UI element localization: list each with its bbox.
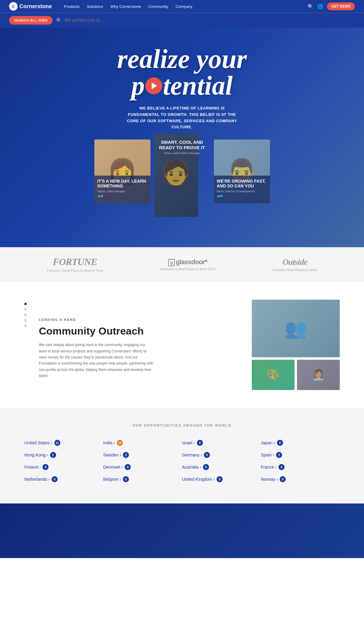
opportunity-link[interactable]: Norway › xyxy=(261,477,278,482)
opportunity-count: 0 xyxy=(278,464,285,470)
opportunity-item: Denmark › 0 xyxy=(103,461,182,473)
carousel-body: We care deeply about giving back to the … xyxy=(39,342,154,379)
carousel-content: LENDING A HAND Community Outreach We car… xyxy=(39,300,340,390)
opportunity-count: 0 xyxy=(204,452,210,458)
hero-title-p: p xyxy=(131,72,145,99)
community-outreach-section: LENDING A HAND Community Outreach We car… xyxy=(0,281,364,408)
brand-name: Cornerstone xyxy=(19,3,52,10)
nav-community[interactable]: Community xyxy=(148,4,168,9)
hero-card-right-overlay: WE'RE GROWING FAST, AND SO CAN YOU Ravin… xyxy=(214,176,270,204)
opportunity-item: Norway › 0 xyxy=(261,473,340,485)
hero-text: realize your p tential WE BELIEVE A LIFE… xyxy=(117,46,247,130)
logo-icon: © xyxy=(9,2,18,11)
opportunity-link[interactable]: France › xyxy=(261,465,277,470)
glassdoor-text: Glassdoor's Best Place to Work 2015 xyxy=(160,267,215,271)
opportunity-link[interactable]: India › xyxy=(103,440,115,445)
hero-card-right-title: WE'RE GROWING FAST, AND SO CAN YOU xyxy=(217,179,267,189)
opportunities-section: OUR OPPORTUNITIES AROUND THE WORLD Unite… xyxy=(0,408,364,503)
carousel-image-bottom-left: 🎨 xyxy=(252,360,295,390)
carousel-images: 👥 🎨 👩‍💼 xyxy=(252,300,340,390)
search-icon[interactable]: 🔍 xyxy=(308,4,314,9)
opportunity-count: 0 xyxy=(280,476,286,482)
carousel-dot-3[interactable] xyxy=(24,314,27,316)
hero-card-right: 👨 WE'RE GROWING FAST, AND SO CAN YOU Rav… xyxy=(214,140,270,203)
opportunities-title: OUR OPPORTUNITIES AROUND THE WORLD xyxy=(24,423,340,428)
opportunity-item: United States › 11 xyxy=(24,437,103,449)
nav-solutions[interactable]: Solutions xyxy=(87,4,103,9)
hero-card-center-name: Khoa, Lead Product Manager xyxy=(157,152,207,155)
opportunity-link[interactable]: Sweden › xyxy=(103,453,121,457)
hero-card-right-quote: ❝❞ xyxy=(217,194,267,201)
hero-cards: 👩 IT'S A NEW DAY, LEARN SOMETHING Alyssa… xyxy=(94,140,270,229)
search-bar: SEARCH ALL JOBS 🔍 xyxy=(0,13,364,28)
award-glassdoor: gglassdoor* Glassdoor's Best Place to Wo… xyxy=(160,258,215,271)
opportunity-link[interactable]: United States › xyxy=(24,440,52,445)
opportunity-link[interactable]: Germany › xyxy=(182,453,202,457)
hero-card-center: 🧑 SMART, COOL AND READY TO PROVE IT Khoa… xyxy=(154,133,210,223)
opportunity-link[interactable]: Spain › xyxy=(261,453,274,457)
search-bar-icon: 🔍 xyxy=(56,18,62,23)
opportunity-item: Hong Kong › 2 xyxy=(24,449,103,461)
hero-title-line1: realize your xyxy=(117,46,247,72)
opportunity-item: Belgium › 0 xyxy=(103,473,182,485)
opportunity-link[interactable]: Netherlands › xyxy=(24,477,50,482)
hero-title: realize your p tential xyxy=(117,46,247,99)
fortune-logo: FORTUNE xyxy=(47,256,103,268)
hero-title-line2: p tential xyxy=(117,72,247,99)
opportunity-link[interactable]: Japan › xyxy=(261,440,275,445)
opportunity-link[interactable]: Belgium › xyxy=(103,477,121,482)
navigation: © Cornerstone Products Solutions Why Cor… xyxy=(0,0,364,13)
carousel-heading: Community Outreach xyxy=(39,325,243,337)
opportunity-link[interactable]: Finland › xyxy=(24,465,41,470)
opportunity-link[interactable]: United Kingdom › xyxy=(182,477,215,482)
nav-company[interactable]: Company xyxy=(176,4,193,9)
opportunity-link[interactable]: Denmark › xyxy=(103,465,123,470)
opportunity-item: Netherlands › 0 xyxy=(24,473,103,485)
carousel-text: LENDING A HAND Community Outreach We car… xyxy=(39,300,243,390)
opportunity-count: 2 xyxy=(123,452,129,458)
award-outside: Outside Outside's Best Places to Work xyxy=(272,257,317,272)
opportunity-count: 0 xyxy=(217,476,223,482)
hero-card-left-quote: ❝❞ xyxy=(97,194,147,201)
opportunity-count: 0 xyxy=(123,476,129,482)
nav-links: Products Solutions Why Cornerstone Commu… xyxy=(64,4,308,9)
carousel-dot-2[interactable] xyxy=(24,308,27,311)
opportunity-count: 10 xyxy=(117,440,123,446)
carousel-eyebrow: LENDING A HAND xyxy=(39,318,243,321)
opportunity-count: 0 xyxy=(125,464,131,470)
award-fortune: FORTUNE Fortune's Great Place to Work in… xyxy=(47,256,103,272)
carousel-dot-5[interactable] xyxy=(24,325,27,327)
opportunity-count: 0 xyxy=(197,440,203,446)
nav-why-cornerstone[interactable]: Why Cornerstone xyxy=(110,4,141,9)
nav-products[interactable]: Products xyxy=(64,4,79,9)
carousel-dot-4[interactable] xyxy=(24,319,27,321)
carousel-image-row: 🎨 👩‍💼 xyxy=(252,360,340,390)
search-input[interactable] xyxy=(65,18,355,23)
opportunity-link[interactable]: Australia › xyxy=(182,465,201,470)
opportunity-count: 0 xyxy=(276,452,282,458)
opportunity-link[interactable]: Hong Kong › xyxy=(24,453,48,457)
nav-actions: 🔍 🌐 get demo xyxy=(308,2,355,10)
globe-icon[interactable]: 🌐 xyxy=(317,4,323,9)
search-all-jobs-button[interactable]: SEARCH ALL JOBS xyxy=(9,16,52,25)
person-silhouette-center: 🧑 xyxy=(161,158,191,187)
hero-title-tential: tential xyxy=(163,72,233,99)
hero-section: realize your p tential WE BELIEVE A LIFE… xyxy=(0,28,364,247)
opportunity-item: France › 0 xyxy=(261,461,340,473)
search-wrapper: 🔍 xyxy=(56,18,355,23)
opportunity-count: 0 xyxy=(277,440,283,446)
fortune-text: Fortune's Great Place to Work in Tech xyxy=(47,269,103,272)
play-button[interactable] xyxy=(145,77,162,94)
brand-logo[interactable]: © Cornerstone xyxy=(9,2,52,11)
opportunity-item: Japan › 0 xyxy=(261,437,340,449)
opportunity-link[interactable]: Israel › xyxy=(182,440,195,445)
opportunity-item: India › 10 xyxy=(103,437,182,449)
outside-logo: Outside xyxy=(272,257,317,267)
get-demo-button[interactable]: get demo xyxy=(327,2,355,10)
opportunity-item: Israel › 0 xyxy=(182,437,261,449)
hero-card-left-name: Alyssa, Sales Manager xyxy=(97,190,147,193)
glassdoor-logo: gglassdoor* xyxy=(160,258,215,266)
opportunity-item: United Kingdom › 0 xyxy=(182,473,261,485)
carousel-dot-1[interactable] xyxy=(24,303,27,305)
hero-card-center-overlay: SMART, COOL AND READY TO PROVE IT Khoa, … xyxy=(154,136,210,158)
